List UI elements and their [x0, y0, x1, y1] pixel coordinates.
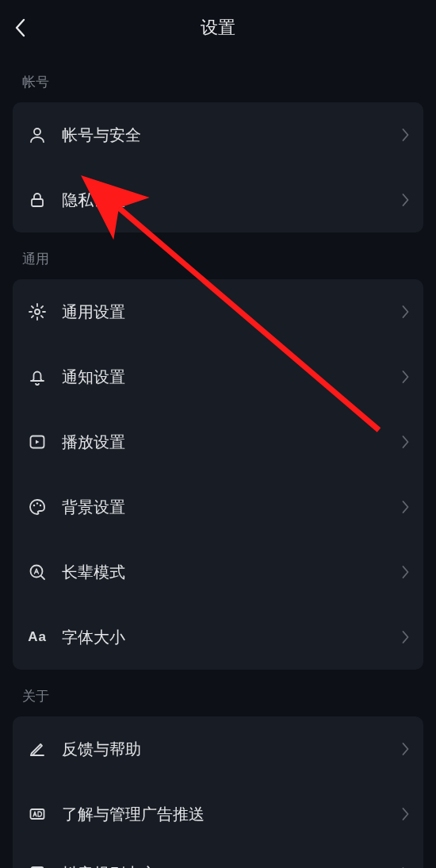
- chevron-right-icon: [402, 501, 409, 513]
- svg-point-0: [34, 129, 40, 135]
- item-label: 抖音规则中心: [62, 863, 402, 869]
- item-general-settings[interactable]: 通用设置: [13, 279, 423, 344]
- section-label-general: 通用: [0, 232, 436, 279]
- page-title: 设置: [201, 16, 235, 40]
- ad-box-icon: [27, 804, 48, 824]
- back-button[interactable]: [14, 18, 25, 37]
- palette-icon: [27, 497, 48, 517]
- section-label-about: 关于: [0, 670, 436, 716]
- item-label: 长辈模式: [62, 562, 402, 583]
- item-label: 了解与管理广告推送: [62, 804, 402, 825]
- card-general: 通用设置 通知设置 播放设置: [13, 279, 423, 670]
- card-account: 帐号与安全 隐私设置: [13, 102, 423, 232]
- svg-point-4: [33, 505, 35, 506]
- item-playback-settings[interactable]: 播放设置: [13, 409, 423, 474]
- gear-icon: [27, 301, 48, 322]
- chevron-right-icon: [402, 743, 409, 755]
- svg-point-5: [36, 502, 38, 504]
- item-ad-management[interactable]: 了解与管理广告推送: [13, 782, 423, 847]
- item-label: 字体大小: [62, 627, 402, 648]
- svg-rect-1: [32, 199, 43, 206]
- svg-point-7: [31, 566, 43, 578]
- lock-icon: [27, 190, 48, 210]
- card-about: 反馈与帮助 了解与管理广告推送 抖音规则中心: [13, 716, 423, 868]
- svg-point-6: [40, 505, 41, 506]
- chevron-right-icon: [402, 194, 409, 206]
- svg-point-2: [35, 309, 40, 314]
- pencil-icon: [27, 739, 48, 759]
- rules-icon: [27, 863, 48, 868]
- font-aa-icon: Aa: [27, 627, 48, 647]
- back-chevron-icon: [14, 18, 25, 37]
- chevron-right-icon: [402, 436, 409, 448]
- item-elder-mode[interactable]: 长辈模式: [13, 540, 423, 605]
- header-bar: 设置: [0, 0, 436, 56]
- item-notification-settings[interactable]: 通知设置: [13, 344, 423, 409]
- item-label: 背景设置: [62, 497, 402, 518]
- bell-icon: [27, 367, 48, 387]
- item-label: 通知设置: [62, 367, 402, 388]
- chevron-right-icon: [402, 566, 409, 578]
- item-background-settings[interactable]: 背景设置: [13, 474, 423, 540]
- item-privacy-settings[interactable]: 隐私设置: [13, 167, 423, 232]
- chevron-right-icon: [402, 631, 409, 643]
- chevron-right-icon: [402, 371, 409, 383]
- item-account-security[interactable]: 帐号与安全: [13, 102, 423, 167]
- magnify-a-icon: [27, 562, 48, 582]
- play-icon: [27, 432, 48, 452]
- item-label: 播放设置: [62, 432, 402, 453]
- item-feedback-help[interactable]: 反馈与帮助: [13, 716, 423, 782]
- item-label: 反馈与帮助: [62, 739, 402, 760]
- user-icon: [27, 125, 48, 145]
- item-label: 隐私设置: [62, 190, 402, 211]
- chevron-right-icon: [402, 808, 409, 820]
- chevron-right-icon: [402, 305, 409, 318]
- section-label-account: 帐号: [0, 56, 436, 102]
- item-rules-center[interactable]: 抖音规则中心: [13, 847, 423, 868]
- chevron-right-icon: [402, 129, 409, 141]
- item-font-size[interactable]: Aa 字体大小: [13, 605, 423, 670]
- item-label: 帐号与安全: [62, 125, 402, 146]
- item-label: 通用设置: [62, 301, 402, 323]
